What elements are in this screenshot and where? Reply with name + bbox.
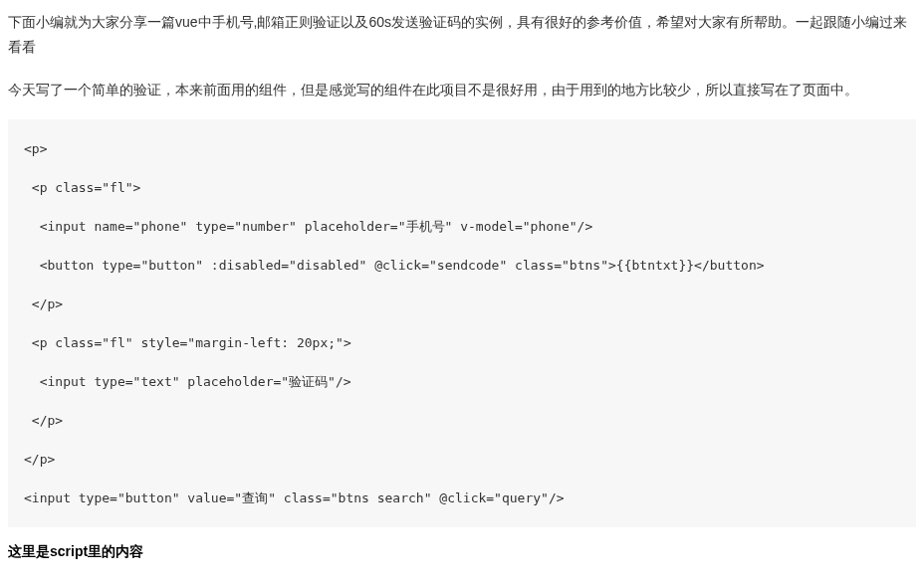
code-line: </p>	[24, 452, 55, 467]
code-line: </p>	[24, 296, 63, 311]
code-block: <p> <p class="fl"> <input name="phone" t…	[8, 119, 916, 528]
code-line: <input type="text" placeholder="验证码"/>	[24, 374, 351, 389]
code-line: <p class="fl" style="margin-left: 20px;"…	[24, 335, 351, 350]
code-line: <button type="button" :disabled="disable…	[24, 258, 765, 273]
code-line: <input name="phone" type="number" placeh…	[24, 219, 592, 234]
section-heading: 这里是script里的内容	[0, 535, 924, 565]
code-line: <p class="fl">	[24, 180, 140, 195]
code-line: <input type="button" value="查询" class="b…	[24, 490, 565, 505]
code-line: </p>	[24, 413, 63, 428]
intro-paragraph-1: 下面小编就为大家分享一篇vue中手机号,邮箱正则验证以及60s发送验证码的实例，…	[0, 0, 924, 68]
code-line: <p>	[24, 141, 47, 156]
intro-paragraph-2: 今天写了一个简单的验证，本来前面用的组件，但是感觉写的组件在此项目不是很好用，由…	[0, 68, 924, 110]
